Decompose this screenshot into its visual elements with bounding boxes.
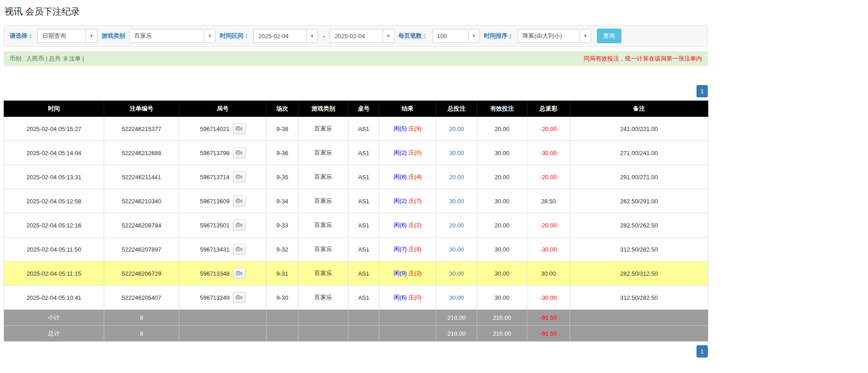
- video-camera-icon: [236, 295, 242, 300]
- cell-result: 闲(5) 庄(9): [379, 117, 436, 141]
- cell-round-id: 596713609: [179, 189, 267, 213]
- search-button[interactable]: 查询: [597, 29, 621, 43]
- result-banker: 庄(8): [409, 246, 422, 252]
- per-page-label: 每页笔数：: [399, 32, 428, 40]
- game-type-dropdown[interactable]: 百家乐 ▼: [129, 29, 216, 43]
- col-header-payout: 总派彩: [527, 101, 570, 117]
- total-row: 总计 8 210.00 210.00 -91.50: [4, 326, 708, 342]
- pagination-bottom: 1: [4, 345, 708, 358]
- cell-session: 9-32: [267, 237, 298, 262]
- select-type-dropdown[interactable]: 日期查询 ▼: [37, 29, 97, 43]
- page-title: 视讯 会员下注纪录: [5, 5, 708, 18]
- col-header-bet-id: 注单编号: [104, 101, 179, 117]
- page-button-1[interactable]: 1: [696, 85, 708, 97]
- cell-game-type: 百家乐: [298, 286, 348, 310]
- chevron-down-icon[interactable]: ▼: [580, 30, 591, 42]
- result-player: 闲(2): [394, 149, 407, 156]
- cell-time: 2025-02-04 05:12:16: [4, 213, 104, 237]
- round-id-text: 596713501: [200, 222, 229, 229]
- cell-game-type: 百家乐: [298, 213, 348, 237]
- select-type-label: 请选择：: [10, 32, 33, 40]
- cell-bet-id: 522246215377: [104, 117, 179, 141]
- chevron-down-icon[interactable]: ▼: [468, 30, 479, 42]
- col-header-round-id: 局号: [179, 101, 267, 117]
- chevron-down-icon[interactable]: ▼: [306, 30, 318, 42]
- video-replay-button[interactable]: [233, 220, 246, 231]
- video-replay-button[interactable]: [233, 292, 246, 303]
- video-replay-button[interactable]: [233, 244, 246, 255]
- currency-total-text: 币别 : 人民币 | 总共 :8 注单 |: [10, 55, 84, 63]
- chevron-down-icon[interactable]: ▼: [383, 30, 394, 42]
- cell-round-id: 596713348: [179, 262, 267, 286]
- cell-note: 312.50/282.50: [570, 237, 708, 262]
- cell-total-bet[interactable]: 30.00: [436, 262, 477, 286]
- date-from-dropdown[interactable]: 2025-02-04 ▼: [253, 29, 318, 43]
- cell-result: 闲(2) 庄(7): [379, 189, 436, 213]
- cell-total-bet[interactable]: 30.00: [436, 189, 477, 213]
- date-to-dropdown[interactable]: 2025-02-04 ▼: [330, 29, 394, 43]
- result-banker: 庄(7): [409, 197, 422, 204]
- round-id-text: 596713798: [200, 150, 229, 156]
- round-id-text: 596714021: [200, 126, 229, 132]
- cell-table-no: AS1: [348, 165, 379, 189]
- cell-round-id: 596713501: [179, 213, 267, 237]
- cell-time: 2025-02-04 05:12:58: [4, 189, 104, 213]
- cell-result: 闲(6) 庄(0): [379, 286, 436, 310]
- filter-bar: 请选择： 日期查询 ▼ 游戏类别 百家乐 ▼ 时间区间： 2025-02-04 …: [4, 25, 708, 47]
- cell-note: 271.00/241.00: [570, 141, 708, 165]
- cell-total-bet[interactable]: 30.00: [436, 141, 477, 165]
- page-container: 视讯 会员下注纪录 请选择： 日期查询 ▼ 游戏类别 百家乐 ▼ 时间区间： 2…: [0, 0, 712, 361]
- video-replay-button[interactable]: [233, 196, 246, 207]
- video-replay-button[interactable]: [233, 147, 246, 158]
- cell-round-id: 596713714: [179, 165, 267, 189]
- page-button-1[interactable]: 1: [696, 345, 708, 358]
- cell-valid-bet: 30.00: [477, 141, 527, 165]
- subtotal-count: 8: [104, 310, 179, 326]
- cell-result: 闲(8) 庄(4): [379, 165, 436, 189]
- cell-round-id: 596713798: [179, 141, 267, 165]
- cell-table-no: AS1: [348, 286, 379, 310]
- time-sort-label: 时间排序：: [484, 32, 514, 40]
- cell-session: 9-34: [267, 189, 298, 213]
- cell-total-bet[interactable]: 30.00: [436, 286, 477, 310]
- cell-time: 2025-02-04 05:14:04: [4, 141, 104, 165]
- video-replay-button[interactable]: [233, 171, 246, 182]
- cell-table-no: AS1: [348, 262, 379, 286]
- chevron-down-icon[interactable]: ▼: [204, 30, 215, 42]
- cell-total-bet[interactable]: 20.00: [436, 117, 477, 141]
- cell-payout: -20.00: [527, 213, 570, 237]
- chevron-down-icon[interactable]: ▼: [86, 30, 97, 42]
- cell-total-bet[interactable]: 20.00: [436, 165, 477, 189]
- result-player: 闲(5): [394, 125, 407, 132]
- cell-total-bet[interactable]: 30.00: [436, 237, 477, 262]
- col-header-valid-bet: 有效投注: [477, 101, 527, 117]
- video-camera-icon: [236, 198, 242, 204]
- result-player: 闲(2): [394, 197, 407, 204]
- cell-note: 282.50/262.50: [570, 213, 708, 237]
- select-type-value: 日期查询: [38, 30, 86, 42]
- time-sort-dropdown[interactable]: 降冪(由大到小) ▼: [518, 29, 591, 43]
- cell-game-type: 百家乐: [298, 189, 348, 213]
- cell-payout: -20.00: [527, 165, 570, 189]
- notice-text: 同局有效投注，统一计算在该局第一张注单内: [584, 55, 702, 63]
- video-replay-button[interactable]: [233, 268, 246, 279]
- cell-result: 闲(6) 庄(2): [379, 213, 436, 237]
- subtotal-valid-bet: 210.00: [477, 310, 527, 326]
- round-id-text: 596713249: [200, 294, 229, 301]
- result-banker: 庄(9): [409, 125, 422, 132]
- result-banker: 庄(4): [409, 173, 422, 180]
- total-count: 8: [104, 326, 179, 342]
- result-banker: 庄(2): [409, 270, 422, 277]
- cell-table-no: AS1: [348, 189, 379, 213]
- cell-bet-id: 522246208784: [104, 213, 179, 237]
- table-row: 2025-02-04 05:14:04 522246212688 5967137…: [4, 141, 708, 165]
- cell-valid-bet: 30.00: [477, 237, 527, 262]
- cell-table-no: AS1: [348, 213, 379, 237]
- cell-total-bet[interactable]: 20.00: [436, 213, 477, 237]
- cell-session: 9-31: [267, 262, 298, 286]
- video-replay-button[interactable]: [233, 123, 246, 134]
- per-page-dropdown[interactable]: 100 ▼: [432, 29, 480, 43]
- col-header-game-type: 游戏类别: [298, 101, 348, 117]
- range-separator: ~: [322, 33, 326, 40]
- video-camera-icon: [236, 126, 242, 131]
